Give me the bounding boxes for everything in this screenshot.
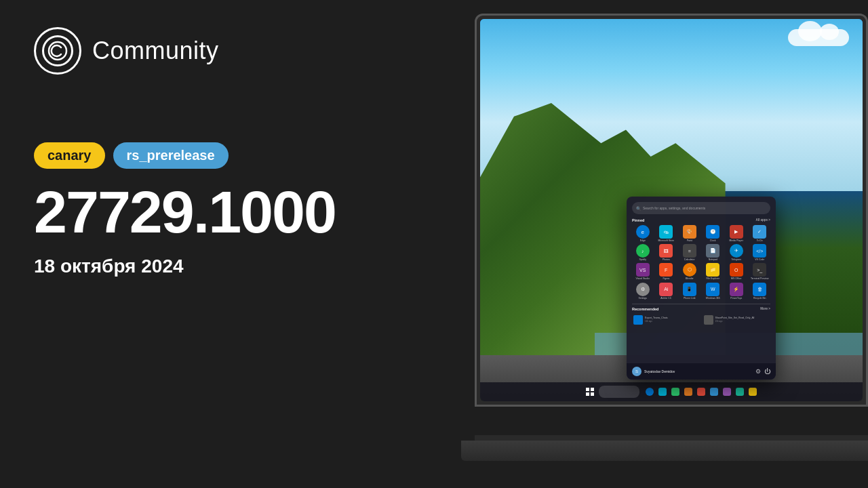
taskbar-purple[interactable] xyxy=(722,386,732,397)
search-placeholder: Search for apps, settings, and documents xyxy=(643,206,705,210)
spotify-icon: ♪ xyxy=(636,244,650,258)
explorer-icon: 📁 xyxy=(706,263,719,277)
taskbar-red[interactable] xyxy=(696,386,707,397)
app-blender[interactable]: ⬡Blender xyxy=(679,263,701,280)
app-figma[interactable]: FFigma xyxy=(656,263,677,280)
settings-footer-icon[interactable]: ⚙ xyxy=(755,368,761,375)
app-telegram[interactable]: ✈Telegram xyxy=(726,244,747,261)
app-mediaplayer[interactable]: ▶Media Player xyxy=(726,225,747,242)
app-explorer[interactable]: 📁File Explorer xyxy=(703,263,724,280)
screen-inner: 🔍 Search for apps, settings, and documen… xyxy=(480,19,863,401)
badges-container: canary rs_prerelease xyxy=(34,142,400,169)
right-panel: 🔍 Search for apps, settings, and documen… xyxy=(434,0,868,488)
windows-desktop: 🔍 Search for apps, settings, and documen… xyxy=(480,19,863,401)
cloud xyxy=(788,29,849,46)
app-terminal[interactable]: >_Terminal Preview xyxy=(749,263,771,280)
clock-icon: 🕐 xyxy=(706,225,719,239)
app-phonelink[interactable]: 📱Phone Link xyxy=(679,283,701,300)
laptop-container: 🔍 Search for apps, settings, and documen… xyxy=(448,0,868,488)
blender-icon: ⬡ xyxy=(683,263,696,277)
rec-item-1[interactable]: Export_Teams_Chats 14h ago xyxy=(632,314,701,326)
recyclebin-icon: 🗑 xyxy=(753,283,766,296)
recommended-items: Export_Teams_Chats 14h ago SharePoint_Si… xyxy=(632,314,770,326)
office-icon: O xyxy=(730,263,743,277)
laptop-base xyxy=(461,441,868,461)
logo-icon xyxy=(34,27,81,75)
start-menu-search[interactable]: 🔍 Search for apps, settings, and documen… xyxy=(632,202,770,214)
rec-text-2: SharePoint_Site_Set_Read_Only_All 15h ag… xyxy=(715,317,755,323)
left-panel: Community canary rs_prerelease 27729.100… xyxy=(0,0,434,488)
logo-c-symbol xyxy=(42,35,73,66)
laptop-hinge xyxy=(475,435,868,441)
rec-icon-1 xyxy=(633,315,643,325)
app-recycle[interactable]: 🗑Recycle Bin xyxy=(749,283,771,300)
start-menu-footer: S Svyatoslav Demidov ⚙ ⏻ xyxy=(627,363,776,380)
taskbar xyxy=(480,382,863,401)
logo-text: Community xyxy=(92,37,219,65)
app-edge[interactable]: eEdge xyxy=(632,225,654,242)
taskbar-teal[interactable] xyxy=(734,386,745,397)
app-todo[interactable]: ✓To Do xyxy=(749,225,771,242)
app-vscode[interactable]: </>VS Code xyxy=(749,244,771,261)
user-avatar: S xyxy=(632,367,642,376)
footer-actions: ⚙ ⏻ xyxy=(755,368,770,375)
badge-prerelease: rs_prerelease xyxy=(113,142,229,169)
svg-rect-4 xyxy=(591,392,594,396)
settings-icon: ⚙ xyxy=(636,283,650,296)
app-clock[interactable]: 🕐Clock xyxy=(703,225,724,242)
powertoys-icon: ⚡ xyxy=(730,283,743,296)
terminal-icon: >_ xyxy=(753,263,766,277)
app-adobe[interactable]: AiAdobe CC xyxy=(656,283,677,300)
recommended-section: Recommended More > Export_Teams_Chats 14… xyxy=(632,307,770,326)
app-paint[interactable]: 🎨Paint xyxy=(679,225,701,242)
adobe-icon: Ai xyxy=(659,283,673,296)
photos-icon: 🖼 xyxy=(659,244,673,258)
paint-icon: 🎨 xyxy=(683,225,696,239)
notepad-icon: 📄 xyxy=(706,244,719,258)
windows-button[interactable] xyxy=(585,386,595,397)
taskbar-yellow[interactable] xyxy=(747,386,758,397)
taskbar-store[interactable] xyxy=(657,386,668,397)
calculator-icon: = xyxy=(683,244,696,258)
todo-icon: ✓ xyxy=(753,225,766,239)
taskbar-search[interactable] xyxy=(599,386,639,398)
vscode-icon: </> xyxy=(753,244,766,258)
mediaplayer-icon: ▶ xyxy=(730,225,743,239)
app-powertoys[interactable]: ⚡PowerToys xyxy=(726,283,747,300)
pinned-title: Pinned All apps > xyxy=(632,218,770,222)
app-w365[interactable]: WWindows 365 xyxy=(703,283,724,300)
app-settings[interactable]: ⚙Settings xyxy=(632,283,654,300)
w365-icon: W xyxy=(706,283,719,296)
taskbar-orange[interactable] xyxy=(683,386,694,397)
logo-area: Community xyxy=(34,27,400,75)
svg-rect-2 xyxy=(591,388,594,391)
telegram-icon: ✈ xyxy=(730,244,743,258)
recommended-title: Recommended More > xyxy=(632,307,770,311)
visualstudio-icon: VS xyxy=(636,263,650,277)
taskbar-green[interactable] xyxy=(670,386,681,397)
version-number: 27729.1000 xyxy=(34,182,400,242)
rec-item-2[interactable]: SharePoint_Site_Set_Read_Only_All 15h ag… xyxy=(703,314,771,326)
app-photos[interactable]: 🖼Photos xyxy=(656,244,677,261)
msstore-icon: 🛍 xyxy=(659,225,673,239)
laptop: 🔍 Search for apps, settings, and documen… xyxy=(475,14,868,474)
svg-rect-3 xyxy=(586,392,589,396)
laptop-screen: 🔍 Search for apps, settings, and documen… xyxy=(475,14,868,407)
rec-icon-2 xyxy=(704,315,713,325)
app-office[interactable]: OMS Office xyxy=(726,263,747,280)
pinned-apps-grid: eEdge 🛍Microsoft Store 🎨Paint 🕐Clock ▶Me… xyxy=(632,225,770,300)
app-msstore[interactable]: 🛍Microsoft Store xyxy=(656,225,677,242)
app-spotify[interactable]: ♪Spotify xyxy=(632,244,654,261)
app-calc[interactable]: =Calculator xyxy=(679,244,701,261)
app-vs[interactable]: VSVisual Studio xyxy=(632,263,654,280)
user-info[interactable]: S Svyatoslav Demidov xyxy=(632,367,675,376)
taskbar-edge[interactable] xyxy=(644,386,655,397)
badge-canary: canary xyxy=(34,142,105,169)
taskbar-blue2[interactable] xyxy=(709,386,719,397)
username: Svyatoslav Demidov xyxy=(644,369,675,373)
edge-icon: e xyxy=(636,225,650,239)
app-notepad[interactable]: 📄Notepad xyxy=(703,244,724,261)
power-icon[interactable]: ⏻ xyxy=(764,368,770,375)
phonelink-icon: 📱 xyxy=(683,283,696,296)
figma-icon: F xyxy=(659,263,673,277)
